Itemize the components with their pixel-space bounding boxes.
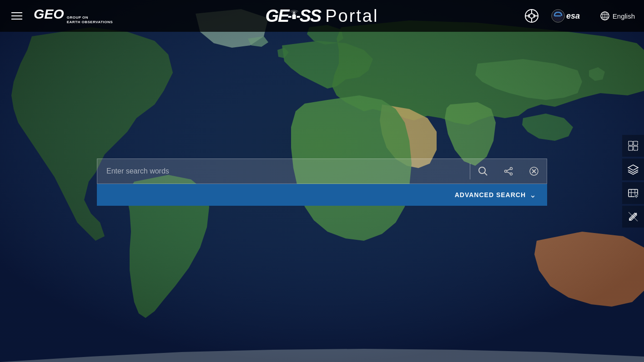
svg-line-28 [507, 172, 510, 174]
copernicus-button[interactable] [523, 7, 541, 25]
svg-line-23 [484, 173, 487, 175]
search-icon [478, 166, 488, 176]
svg-point-5 [293, 12, 295, 14]
portal-title: GE SS Portal [266, 6, 379, 26]
globe-icon [600, 11, 610, 21]
hamburger-menu-button[interactable] [9, 10, 25, 22]
header: GEO GROUP ON EARTH OBSERVATIONS GE [0, 0, 644, 32]
layers-tool-button[interactable] [622, 159, 644, 180]
svg-rect-35 [634, 146, 638, 150]
svg-text:esa: esa [566, 11, 580, 20]
esa-logo-button[interactable]: esa [550, 8, 591, 24]
svg-rect-33 [634, 141, 638, 145]
clear-button[interactable] [521, 159, 547, 184]
svg-rect-2 [292, 15, 296, 19]
geo-group-text: GROUP ON [67, 15, 113, 20]
svg-point-8 [529, 14, 534, 18]
svg-rect-4 [297, 16, 300, 18]
language-selector[interactable]: English [600, 11, 635, 21]
geo-letters: GEO [34, 7, 64, 21]
svg-rect-34 [629, 146, 633, 150]
map-tool-button[interactable] [622, 182, 644, 204]
search-container: ADVANCED SEARCH ⌄ [97, 159, 547, 206]
header-left: GEO GROUP ON EARTH OBSERVATIONS [9, 7, 113, 25]
svg-point-25 [510, 173, 513, 175]
clear-icon [529, 166, 539, 176]
map-icon [628, 188, 639, 198]
search-input[interactable] [97, 159, 470, 183]
draw-tool-button[interactable] [622, 206, 644, 228]
draw-icon [628, 211, 639, 222]
geo-earth-text: EARTH OBSERVATIONS [67, 20, 113, 25]
svg-line-27 [507, 169, 510, 171]
search-bar [97, 159, 547, 184]
geo-logo[interactable]: GEO GROUP ON EARTH OBSERVATIONS [34, 7, 113, 25]
geoss-logo-text: GE SS [266, 6, 321, 26]
svg-point-24 [510, 167, 513, 169]
portal-word: Portal [325, 6, 378, 26]
share-icon [503, 166, 513, 176]
header-right: esa English [523, 7, 635, 25]
grid-select-tool-button[interactable] [622, 135, 644, 157]
share-button[interactable] [496, 159, 521, 184]
esa-logo-icon: esa [550, 8, 591, 24]
grid-icon [628, 140, 639, 151]
satellite-in-logo [287, 10, 300, 24]
language-label: English [613, 12, 635, 20]
advanced-search-button[interactable]: ADVANCED SEARCH ⌄ [97, 184, 547, 206]
svg-marker-36 [628, 165, 638, 170]
svg-point-26 [505, 170, 507, 172]
svg-rect-3 [288, 16, 291, 18]
chevron-down-icon: ⌄ [529, 190, 536, 200]
layers-icon [627, 164, 639, 175]
advanced-search-label: ADVANCED SEARCH [455, 191, 526, 198]
svg-rect-32 [629, 141, 633, 145]
right-tools-panel [622, 131, 644, 231]
search-submit-button[interactable] [470, 159, 496, 184]
copernicus-icon [523, 8, 540, 24]
svg-point-22 [479, 167, 485, 174]
